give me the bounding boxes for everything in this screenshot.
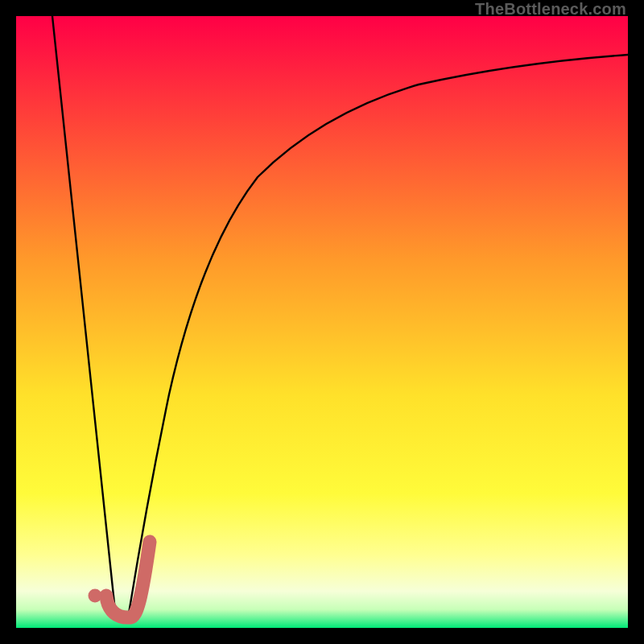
watermark-text: TheBottleneck.com (475, 0, 626, 19)
curve-right (129, 55, 628, 613)
accent-j-curve (106, 542, 150, 617)
accent-dot (89, 589, 102, 603)
chart-frame: TheBottleneck.com (0, 0, 644, 644)
curve-layer (16, 16, 628, 628)
curve-left (52, 16, 115, 611)
plot-area (16, 16, 628, 628)
